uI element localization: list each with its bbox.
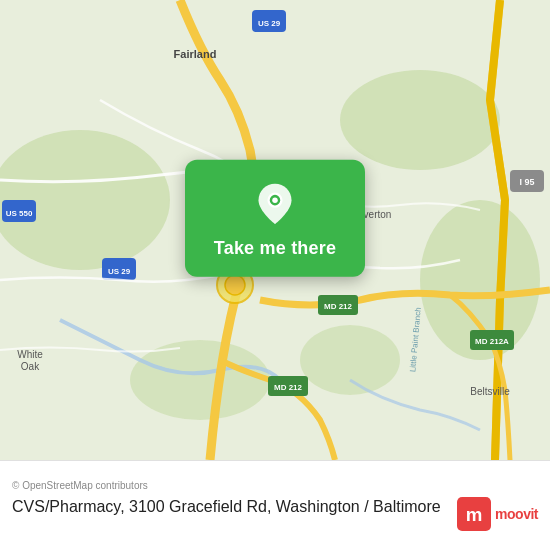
moovit-text: moovit	[495, 506, 538, 522]
action-card: Take me there	[185, 160, 365, 277]
svg-point-27	[225, 275, 245, 295]
location-info: CVS/Pharmacy, 3100 Gracefield Rd, Washin…	[12, 497, 538, 531]
svg-text:Beltsville: Beltsville	[470, 386, 510, 397]
svg-text:White: White	[17, 349, 43, 360]
svg-text:I 95: I 95	[519, 177, 534, 187]
map-container: I 95 US 29 US 29 MD 212 MD 212 MD 212A U…	[0, 0, 550, 460]
svg-point-5	[300, 325, 400, 395]
location-name: CVS/Pharmacy, 3100 Gracefield Rd, Washin…	[12, 498, 441, 515]
svg-text:Oak: Oak	[21, 361, 40, 372]
svg-point-2	[340, 70, 500, 170]
moovit-icon: m	[457, 497, 491, 531]
moovit-logo: m moovit	[457, 497, 538, 531]
svg-text:US 29: US 29	[258, 19, 281, 28]
svg-text:US 550: US 550	[6, 209, 33, 218]
location-pin-icon	[251, 180, 299, 228]
svg-text:MD 212: MD 212	[324, 302, 353, 311]
svg-text:Fairland: Fairland	[174, 48, 217, 60]
svg-text:US 29: US 29	[108, 267, 131, 276]
copyright-text: © OpenStreetMap contributors	[12, 480, 538, 491]
svg-text:m: m	[466, 504, 483, 525]
footer: © OpenStreetMap contributors CVS/Pharmac…	[0, 460, 550, 550]
location-text: CVS/Pharmacy, 3100 Gracefield Rd, Washin…	[12, 497, 445, 518]
take-me-there-button[interactable]: Take me there	[214, 238, 336, 259]
svg-text:MD 212: MD 212	[274, 383, 303, 392]
svg-text:MD 212A: MD 212A	[475, 337, 509, 346]
svg-point-29	[272, 197, 278, 203]
